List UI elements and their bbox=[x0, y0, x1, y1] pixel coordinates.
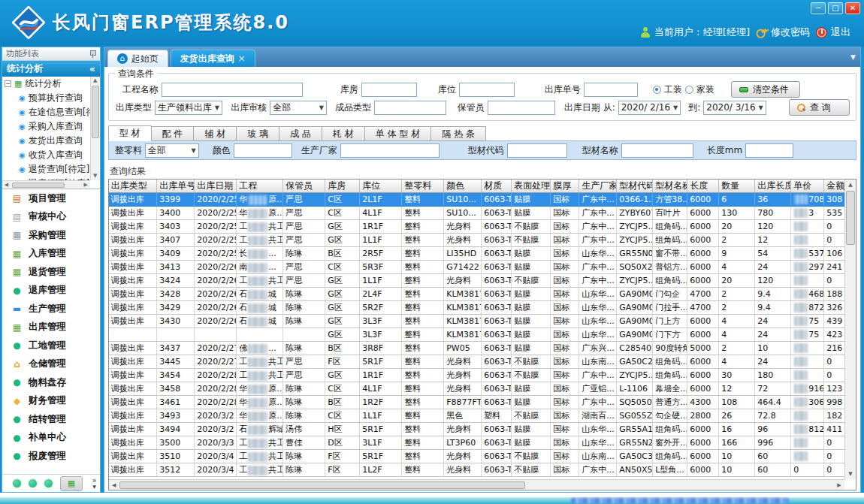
grid-horizontal-scrollbar[interactable]: ◀ ▶ bbox=[109, 479, 844, 490]
material-tab-glass[interactable]: 玻 璃 bbox=[237, 126, 279, 141]
column-header[interactable]: 金额 bbox=[824, 180, 845, 193]
grid-vertical-scrollbar[interactable]: ▲ ▼ bbox=[844, 180, 856, 479]
material-tab-profile[interactable]: 型 材 bbox=[108, 125, 152, 141]
clear-conditions-button[interactable]: 清空条件 bbox=[731, 81, 800, 98]
logout-button[interactable]: 退出 bbox=[816, 26, 850, 39]
column-header[interactable]: 型材名称 bbox=[653, 180, 687, 193]
column-header[interactable]: 库位 bbox=[360, 180, 402, 193]
scroll-left-icon[interactable]: ◀ bbox=[109, 482, 119, 488]
column-header[interactable]: 颜色 bbox=[444, 180, 482, 193]
column-header[interactable]: 单价 bbox=[791, 180, 824, 193]
tree-item-purchase-inbound-query[interactable]: ◉采购入库查询 bbox=[2, 119, 90, 134]
tree-item-budget-exec-query[interactable]: ◉预算执行查询 bbox=[2, 91, 90, 105]
profile-name-input[interactable] bbox=[621, 143, 693, 158]
sidebar-item-supplement-center[interactable]: ●补单中心 bbox=[2, 429, 100, 448]
sidebar-item-carryover-mgmt[interactable]: ●结转管理 bbox=[2, 410, 100, 429]
table-row[interactable]: G区3L3F整料KLM38176063-T5贴膜国标山东华...GA90M09.… bbox=[109, 328, 845, 342]
color-input[interactable] bbox=[234, 143, 292, 158]
profile-code-input[interactable] bbox=[507, 143, 567, 158]
sidebar-item-purchase-mgmt[interactable]: ▦采购管理 bbox=[2, 226, 100, 245]
sidebar-item-inventory-check[interactable]: ●物料盘存 bbox=[2, 373, 100, 392]
table-row[interactable]: 调拨出库34452020/2/27工共工程严思F区5R1F整料光身料6063-T… bbox=[109, 355, 845, 369]
column-header[interactable]: 保管员 bbox=[283, 180, 325, 193]
whole-piece-select[interactable]: 全部 ▼ bbox=[145, 143, 199, 158]
maximize-button[interactable]: □ bbox=[828, 2, 843, 14]
column-header[interactable]: 数量 bbox=[719, 180, 755, 193]
table-row[interactable]: 调拨出库34542020/2/28工共工程严思G区1R1F整料光身料6063-T… bbox=[109, 369, 845, 382]
column-header[interactable]: 出库类型 bbox=[109, 180, 157, 193]
sidebar-item-production-mgmt[interactable]: ▬生产管理 bbox=[2, 300, 100, 318]
green-dot-icon[interactable] bbox=[29, 479, 37, 487]
column-header[interactable]: 出库长度 bbox=[755, 180, 791, 193]
change-password-button[interactable]: 修改密码 bbox=[756, 26, 810, 39]
manufacturer-input[interactable] bbox=[340, 143, 440, 158]
scroll-right-icon[interactable]: ▶ bbox=[834, 482, 844, 488]
table-row[interactable]: 调拨出库34282020/2/26石城陈琳G区2L4F整料KLM38176063… bbox=[109, 288, 845, 301]
table-row[interactable]: 调拨出库34932020/3/2华原...陈琳C区1L1F整料黑色塑料不贴膜国标… bbox=[109, 409, 845, 423]
sidebar-item-site-mgmt[interactable]: ●工地管理 bbox=[2, 337, 100, 355]
column-header[interactable]: 表面处理 bbox=[512, 180, 551, 193]
tree-item-shipment-outbound-query[interactable]: ◉发货出库查询 bbox=[2, 134, 90, 148]
material-tab-accessory[interactable]: 配 件 bbox=[152, 126, 195, 141]
radio-jiazhuang[interactable]: 家装 bbox=[685, 83, 714, 96]
material-tab-single-profile[interactable]: 单 体 型 材 bbox=[365, 126, 431, 141]
date-from-picker[interactable]: 2020/ 2/16 ▼ bbox=[618, 101, 681, 115]
sidebar-item-returns-mgmt[interactable]: ▦退货管理 bbox=[2, 263, 100, 282]
pin-icon[interactable] bbox=[89, 50, 96, 58]
material-tab-consumable[interactable]: 耗 材 bbox=[322, 126, 365, 141]
material-tab-product[interactable]: 成 品 bbox=[279, 126, 322, 141]
table-row[interactable]: 调拨出库35002020/3/3工共工程曹佳D区3L1F整料LT3P606063… bbox=[109, 436, 845, 450]
scrollbar-thumb[interactable] bbox=[12, 183, 65, 188]
tree-item-returns-query[interactable]: ◉退货查询[待定] bbox=[2, 162, 90, 177]
outbound-no-input[interactable] bbox=[584, 83, 638, 97]
table-row[interactable]: 调拨出库34302020/2/26石城陈琳G区3L3F整料KLM38176063… bbox=[109, 315, 845, 328]
close-button[interactable]: ✕ bbox=[845, 2, 860, 14]
table-row[interactable]: 调拨出库34072020/2/25工共工程严思G区1L1F整料光身料6063-T… bbox=[109, 234, 845, 247]
length-input[interactable] bbox=[745, 143, 793, 158]
table-row[interactable]: 调拨出库35122020/3/4工共工程陈琳F区1L2F整料光身料6063-T5… bbox=[109, 463, 845, 477]
material-tab-auxiliary[interactable]: 辅 材 bbox=[194, 126, 237, 141]
tab-shipment-outbound-query[interactable]: 发货出库查询 × bbox=[171, 50, 255, 67]
sidebar-item-warehouse-mgmt[interactable]: ⌂仓储管理 bbox=[2, 355, 100, 374]
tree-vertical-scrollbar[interactable]: ▲ ▼ bbox=[90, 77, 100, 180]
minimize-button[interactable]: ─ bbox=[811, 2, 826, 14]
keeper-input[interactable] bbox=[488, 101, 555, 115]
tree-root-statistics[interactable]: −▦统计分析 bbox=[2, 77, 90, 91]
scroll-up-icon[interactable]: ▲ bbox=[91, 77, 100, 85]
table-row[interactable]: 调拨出库34092020/2/25长...陈琳B区2R5F整料LI35HD606… bbox=[109, 247, 845, 261]
table-row[interactable]: 调拨出库34002020/2/25华原...严思C区4L1F整料SU10...6… bbox=[109, 207, 845, 220]
date-to-picker[interactable]: 2020/ 3/16 ▼ bbox=[703, 101, 766, 115]
radio-gongzhuang[interactable]: 工装 bbox=[653, 83, 682, 96]
table-row[interactable]: 调拨出库33992020/2/25华原...严思C区2L1F整料SU10...6… bbox=[109, 193, 845, 207]
tab-overflow-icon[interactable]: ▼ bbox=[850, 53, 856, 61]
sidebar-item-outbound-mgmt[interactable]: ▦出库管理 bbox=[2, 318, 100, 337]
column-header[interactable]: 库房 bbox=[325, 180, 360, 193]
column-header[interactable]: 出库单号 bbox=[157, 180, 195, 193]
scroll-down-icon[interactable]: ▼ bbox=[845, 469, 856, 479]
tree-collapse-icon[interactable]: − bbox=[5, 80, 11, 87]
column-header[interactable]: 长度 bbox=[687, 180, 719, 193]
scroll-up-icon[interactable]: ▲ bbox=[845, 180, 856, 190]
table-row[interactable]: 调拨出库34242020/2/26工共工程严思G区1L1F整料光身料6063-T… bbox=[109, 274, 845, 288]
search-button[interactable]: 查 询 bbox=[789, 99, 850, 116]
sidebar-item-finance-mgmt[interactable]: ◆财务管理 bbox=[2, 392, 100, 411]
sidebar-item-project-mgmt[interactable]: ▤项目管理 bbox=[2, 189, 100, 208]
table-row[interactable]: 调拨出库35102020/3/4工共工程陈琳F区5R1F整料光身料6063-T5… bbox=[109, 450, 845, 463]
project-name-input[interactable] bbox=[162, 83, 303, 97]
collapse-icon[interactable]: « bbox=[89, 64, 95, 74]
sidebar-section-bar[interactable]: 统计分析 « bbox=[2, 61, 100, 77]
location-input[interactable] bbox=[459, 83, 515, 97]
green-dot-icon[interactable] bbox=[13, 479, 21, 487]
audit-select[interactable]: 全部 ▼ bbox=[270, 101, 327, 115]
table-row[interactable]: 调拨出库34942020/3/2石辉城汤伟H区5R1F整料光身料6063-T5贴… bbox=[109, 423, 845, 436]
scrollbar-thumb[interactable] bbox=[119, 481, 525, 489]
scroll-left-icon[interactable]: ◀ bbox=[2, 182, 11, 188]
tree-item-in-transit-query[interactable]: ◉在途信息查询[待 bbox=[2, 105, 90, 119]
column-header[interactable]: 出库日期 bbox=[195, 180, 237, 193]
scroll-down-icon[interactable]: ▼ bbox=[91, 172, 100, 180]
warehouse-input[interactable] bbox=[361, 83, 417, 97]
table-row[interactable]: 调拨出库34582020/2/28华原...陈琳C区4L1F整料光身料6063-… bbox=[109, 382, 845, 396]
more-buttons-chevron[interactable]: » ▼ bbox=[92, 478, 97, 490]
column-header[interactable]: 整零料 bbox=[402, 180, 444, 193]
sidebar-item-audit-center[interactable]: ▤审核中心 bbox=[2, 208, 100, 227]
